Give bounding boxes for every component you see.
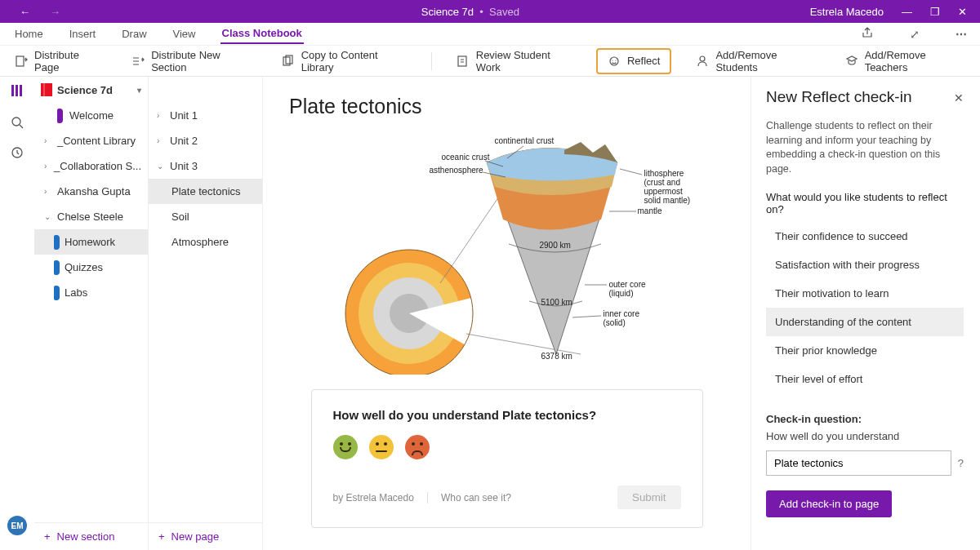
help-icon[interactable]: ? [958, 457, 964, 469]
share-icon[interactable] [861, 26, 874, 42]
notebook-tree: Science 7d ▾ Welcome ›_Content Library ›… [34, 77, 149, 550]
forward-icon[interactable]: → [50, 6, 60, 18]
plus-icon: + [158, 530, 165, 543]
opt-confidence[interactable]: Their confidence to succeed [766, 222, 964, 251]
label-depth-5100: 5100 km [541, 298, 572, 307]
face-sad[interactable] [405, 435, 430, 459]
page-soil[interactable]: Soil [149, 204, 262, 229]
opt-prior-knowledge[interactable]: Their prior knowledge [766, 336, 964, 365]
svg-rect-0 [16, 56, 24, 66]
distribute-page-button[interactable]: Distribute Page [10, 47, 107, 76]
distribute-section-button[interactable]: Distribute New Section [127, 47, 257, 76]
page-plate-tectonics[interactable]: Plate tectonics [149, 179, 262, 204]
panel-description: Challenge students to reflect on their l… [766, 119, 964, 176]
back-icon[interactable]: ← [20, 6, 30, 18]
left-rail: EM [0, 77, 34, 550]
checkin-visibility-link[interactable]: Who can see it? [441, 492, 511, 503]
earth-layers-diagram: continental crust oceanic crust asthenos… [319, 130, 695, 375]
sec-unit1[interactable]: ›Unit 1 [149, 103, 262, 128]
add-remove-teachers-button[interactable]: Add/Remove Teachers [840, 47, 970, 76]
checkin-topic-input[interactable] [766, 450, 951, 476]
svg-point-5 [700, 56, 705, 61]
page-title: Plate tectonics [289, 95, 724, 118]
new-page-button[interactable]: + New page [149, 522, 262, 550]
tree-homework[interactable]: Homework [34, 229, 148, 255]
label-continental-crust: continental crust [495, 136, 555, 145]
sec-unit3[interactable]: ⌄Unit 3 [149, 153, 262, 179]
notebook-icon [41, 83, 52, 96]
panel-title: New Reflect check-in [766, 88, 954, 106]
label-inner-core: inner core (solid) [604, 309, 639, 327]
reflect-panel: New Reflect check-in ✕ Challenge student… [751, 77, 980, 550]
recent-icon[interactable] [11, 146, 24, 162]
submit-button[interactable]: Submit [617, 486, 680, 509]
panel-prompt: What would you like students to reflect … [766, 191, 964, 215]
notebook-header[interactable]: Science 7d ▾ [34, 77, 148, 103]
opt-motivation[interactable]: Their motivation to learn [766, 279, 964, 308]
review-student-work-button[interactable]: Review Student Work [452, 47, 577, 76]
label-lithosphere: lithosphere (crust and uppermost solid m… [644, 169, 710, 205]
new-section-button[interactable]: + New section [34, 522, 148, 550]
panel-close-icon[interactable]: ✕ [954, 91, 964, 104]
plus-icon: + [44, 530, 51, 543]
svg-rect-7 [16, 85, 18, 96]
svg-point-4 [610, 57, 618, 65]
add-checkin-button[interactable]: Add check-in to page [766, 490, 892, 517]
tab-class-notebook[interactable]: Class Notebook [220, 24, 304, 44]
tab-view[interactable]: View [172, 24, 198, 43]
fullscreen-icon[interactable]: ⤢ [910, 28, 920, 41]
tree-welcome[interactable]: Welcome [34, 103, 148, 128]
tree-student-chelse[interactable]: ⌄Chelse Steele [34, 204, 148, 229]
tree-student-akansha[interactable]: ›Akansha Gupta [34, 179, 148, 204]
page-atmosphere[interactable]: Atmosphere [149, 229, 262, 255]
search-icon[interactable] [11, 116, 24, 131]
pages-list: ›Unit 1 ›Unit 2 ⌄Unit 3 Plate tectonics … [149, 77, 263, 550]
tab-draw[interactable]: Draw [120, 24, 148, 43]
user-avatar[interactable]: EM [7, 516, 27, 535]
minimize-icon[interactable]: — [902, 6, 912, 18]
section-tab-icon [54, 260, 60, 275]
restore-icon[interactable]: ❐ [930, 6, 940, 18]
tree-content-library[interactable]: ›_Content Library [34, 128, 148, 153]
face-happy[interactable] [333, 435, 358, 459]
ribbon-commands: Distribute Page Distribute New Section C… [0, 46, 980, 77]
label-depth-2900: 2900 km [540, 241, 571, 250]
svg-line-21 [620, 169, 642, 175]
notebooks-icon[interactable] [10, 83, 24, 101]
reflect-button[interactable]: Reflect [596, 48, 671, 74]
title-bar: ← → Science 7d • Saved Estrela Macedo — … [0, 0, 980, 23]
page-canvas[interactable]: Plate tectonics [263, 77, 751, 550]
tree-quizzes[interactable]: Quizzes [34, 255, 148, 280]
label-mantle: mantle [638, 206, 662, 215]
svg-line-24 [572, 316, 601, 317]
label-depth-6378: 6378 km [541, 352, 572, 361]
copy-content-library-button[interactable]: Copy to Content Library [277, 47, 412, 76]
svg-rect-6 [11, 85, 14, 96]
section-tab-icon [54, 286, 60, 300]
face-neutral[interactable] [369, 435, 394, 459]
tab-home[interactable]: Home [13, 24, 45, 43]
opt-understanding[interactable]: Understanding of the content [766, 308, 964, 336]
user-name[interactable]: Estrela Macedo [810, 6, 884, 18]
checkin-question-label: Check-in question: [766, 413, 964, 425]
label-asthenosphere: asthenosphere [430, 166, 483, 175]
chevron-down-icon: ▾ [137, 86, 141, 95]
svg-rect-3 [458, 56, 466, 66]
label-outer-core: outer core (liquid) [609, 280, 646, 298]
tree-collaboration[interactable]: ›_Collaboration S... [34, 153, 148, 179]
close-icon[interactable]: ✕ [958, 6, 967, 18]
tree-labs[interactable]: Labs [34, 280, 148, 305]
checkin-question: How well do you understand Plate tectoni… [333, 408, 681, 422]
document-title: Science 7d • Saved [131, 6, 810, 18]
tab-insert[interactable]: Insert [68, 24, 98, 43]
more-icon[interactable]: ⋯ [956, 28, 967, 41]
section-tab-icon [54, 235, 60, 250]
checkin-author: by Estrela Macedo [333, 492, 414, 503]
reflect-options: Their confidence to succeed Satisfaction… [766, 222, 964, 393]
add-remove-students-button[interactable]: Add/Remove Students [691, 47, 820, 76]
opt-effort[interactable]: Their level of effort [766, 365, 964, 393]
section-tab-icon [57, 109, 63, 123]
opt-satisfaction[interactable]: Satisfaction with their progress [766, 251, 964, 279]
reflect-checkin-card: How well do you understand Plate tectoni… [311, 389, 703, 528]
sec-unit2[interactable]: ›Unit 2 [149, 128, 262, 153]
